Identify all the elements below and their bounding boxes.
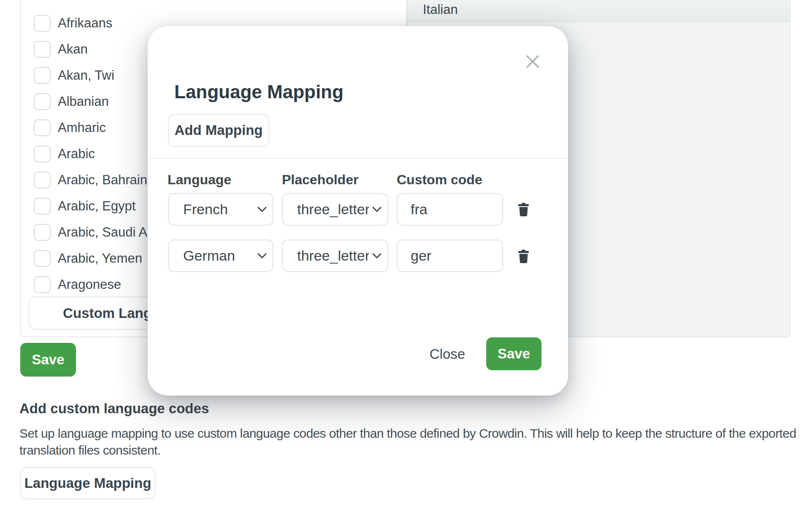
selected-language-item[interactable]: Italian xyxy=(407,0,790,22)
dialog-close-button[interactable]: Close xyxy=(418,342,477,367)
checkbox[interactable] xyxy=(34,198,51,215)
language-label: Afrikaans xyxy=(58,16,112,31)
custom-code-input[interactable] xyxy=(397,193,503,226)
chevron-down-icon xyxy=(372,253,382,259)
divider xyxy=(148,158,568,159)
checkbox[interactable] xyxy=(34,250,51,267)
custom-code-input[interactable] xyxy=(397,240,503,272)
language-label: Akan, Twi xyxy=(58,68,114,83)
trash-icon xyxy=(518,250,529,264)
column-header-language: Language xyxy=(168,172,231,188)
language-mapping-dialog: Language Mapping Add Mapping Language Pl… xyxy=(148,26,568,396)
language-label: Albanian xyxy=(58,94,109,109)
language-label: Aragonese xyxy=(58,277,121,292)
column-header-placeholder: Placeholder xyxy=(282,172,358,188)
checkbox[interactable] xyxy=(34,276,51,293)
checkbox[interactable] xyxy=(34,119,51,136)
section-description-line1: Set up language mapping to use custom la… xyxy=(19,425,796,442)
language-select[interactable]: French xyxy=(168,193,273,226)
checkbox[interactable] xyxy=(34,172,51,188)
placeholder-select-value: three_letters xyxy=(297,248,369,264)
language-label: Amharic xyxy=(58,120,106,135)
trash-icon xyxy=(518,203,529,217)
language-label: Arabic, Egypt xyxy=(58,199,135,214)
checkbox[interactable] xyxy=(34,93,51,110)
section-description-line2: translation files consistent. xyxy=(19,442,796,459)
language-select[interactable]: German xyxy=(168,240,273,272)
add-mapping-button[interactable]: Add Mapping xyxy=(168,114,269,147)
page-save-button[interactable]: Save xyxy=(20,343,76,377)
checkbox[interactable] xyxy=(34,67,51,84)
dialog-title: Language Mapping xyxy=(174,80,344,104)
delete-mapping-button[interactable] xyxy=(514,247,533,266)
language-select-value: German xyxy=(183,248,254,264)
checkbox[interactable] xyxy=(34,41,51,58)
language-mapping-button[interactable]: Language Mapping xyxy=(20,467,155,499)
placeholder-select-value: three_letters xyxy=(297,201,369,218)
placeholder-select[interactable]: three_letters xyxy=(282,193,388,226)
checkbox[interactable] xyxy=(34,15,51,32)
language-select-value: French xyxy=(183,201,254,218)
placeholder-select[interactable]: three_letters xyxy=(282,240,388,272)
section-heading: Add custom language codes xyxy=(19,400,209,417)
dialog-save-button[interactable]: Save xyxy=(486,337,541,370)
checkbox[interactable] xyxy=(34,145,51,162)
chevron-down-icon xyxy=(372,207,382,213)
language-label: Akan xyxy=(58,42,88,57)
language-label: Arabic, Bahrain xyxy=(58,172,147,188)
language-label: Arabic, Yemen xyxy=(58,251,142,266)
language-label: Arabic xyxy=(58,146,95,162)
close-icon[interactable] xyxy=(523,52,542,71)
chevron-down-icon xyxy=(257,207,267,213)
delete-mapping-button[interactable] xyxy=(514,200,533,219)
chevron-down-icon xyxy=(257,253,267,259)
section-description: Set up language mapping to use custom la… xyxy=(19,425,796,459)
column-header-custom-code: Custom code xyxy=(397,172,482,188)
checkbox[interactable] xyxy=(34,224,51,241)
